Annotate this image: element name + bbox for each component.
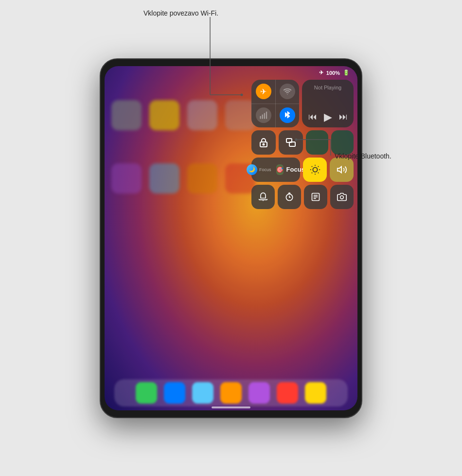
svg-line-12 <box>311 166 312 166</box>
focus-button[interactable]: 🌙 Focus 🎯 Focus <box>251 158 300 182</box>
cc-row-4 <box>251 185 354 209</box>
page: ✈ 100% 🔋 <box>0 0 462 476</box>
bluetooth-annotation: Vklopite Bluetooth. <box>335 152 391 160</box>
camera-button[interactable] <box>330 185 354 209</box>
app-icon-2[interactable] <box>149 100 179 130</box>
focus-label: Focus <box>286 166 305 173</box>
dock-icon-3[interactable] <box>192 382 213 404</box>
cc-row-3: 🌙 Focus 🎯 Focus <box>251 158 354 182</box>
svg-point-24 <box>340 195 344 199</box>
media-title: Not Playing <box>307 85 349 90</box>
dock-icon-7[interactable] <box>305 382 326 404</box>
notes-button[interactable] <box>304 185 327 209</box>
rewind-button[interactable]: ⏮ <box>308 112 317 122</box>
svg-rect-2 <box>262 115 263 119</box>
screen-mirror-button[interactable] <box>279 130 303 155</box>
svg-point-6 <box>263 143 265 145</box>
play-button[interactable]: ▶ <box>324 111 332 123</box>
cc-row-1: ✈ <box>251 80 354 127</box>
airplane-mode-button[interactable]: ✈ <box>251 80 275 104</box>
svg-line-16 <box>311 172 312 173</box>
airplane-icon: ✈ <box>256 84 271 99</box>
control-center: ✈ <box>251 80 354 209</box>
wifi-annotation: Vklopite povezavo Wi-Fi. <box>143 9 218 18</box>
bluetooth-button[interactable] <box>275 104 299 127</box>
tile-4[interactable] <box>331 130 354 155</box>
svg-marker-18 <box>337 166 341 173</box>
focus-icon: 🎯 <box>276 164 284 175</box>
app-icon-3[interactable] <box>187 100 217 130</box>
timer-button[interactable] <box>278 185 301 209</box>
focus-moon-icon: 🌙 <box>247 164 257 175</box>
cc-row-2 <box>251 130 354 155</box>
app-icon-4[interactable] <box>225 100 255 130</box>
mute-button[interactable] <box>251 185 275 209</box>
svg-rect-1 <box>260 116 261 119</box>
volume-button[interactable] <box>330 158 354 182</box>
connectivity-tile[interactable]: ✈ <box>251 80 299 127</box>
svg-line-17 <box>318 166 318 166</box>
home-indicator[interactable] <box>212 406 250 408</box>
wifi-button[interactable] <box>275 80 299 104</box>
ipad-screen: ✈ 100% 🔋 <box>105 66 357 410</box>
battery-icon: 🔋 <box>343 70 350 76</box>
svg-rect-4 <box>266 112 267 119</box>
svg-point-9 <box>313 167 317 172</box>
app-icon-6[interactable] <box>149 163 179 194</box>
app-icon-5[interactable] <box>111 163 142 194</box>
dock-icon-5[interactable] <box>249 382 270 404</box>
dock-icon-4[interactable] <box>220 382 242 404</box>
screen-lock-button[interactable] <box>251 130 276 155</box>
wifi-icon <box>280 84 295 99</box>
bluetooth-annotation-text: Vklopite Bluetooth. <box>335 152 391 160</box>
wifi-annotation-text: Vklopite povezavo Wi-Fi. <box>143 9 218 17</box>
cellular-icon <box>256 107 271 123</box>
svg-point-0 <box>287 94 288 95</box>
battery-percentage: 100% <box>326 70 340 76</box>
forward-button[interactable]: ⏭ <box>339 112 348 122</box>
status-bar-right: ✈ 100% 🔋 <box>319 70 350 76</box>
dock-icon-1[interactable] <box>136 382 157 404</box>
status-bar: ✈ 100% 🔋 <box>105 66 357 80</box>
svg-line-13 <box>318 172 318 173</box>
dock-icon-6[interactable] <box>277 382 298 404</box>
svg-rect-3 <box>264 113 265 119</box>
dock-icon-2[interactable] <box>164 382 185 404</box>
ipad-device: ✈ 100% 🔋 <box>100 58 362 418</box>
dock <box>114 379 348 406</box>
app-icon-1[interactable] <box>111 100 142 130</box>
focus-sub-label: Focus <box>259 167 271 172</box>
airplane-status-icon: ✈ <box>319 70 323 76</box>
side-button[interactable] <box>361 108 362 125</box>
media-player-tile[interactable]: Not Playing ⏮ ▶ ⏭ <box>302 80 354 127</box>
bluetooth-icon <box>280 107 295 123</box>
cellular-button[interactable] <box>251 104 275 127</box>
app-icon-7[interactable] <box>187 163 217 194</box>
brightness-button[interactable] <box>303 158 327 182</box>
media-controls: ⏮ ▶ ⏭ <box>307 111 349 123</box>
tile-3[interactable] <box>306 130 328 155</box>
